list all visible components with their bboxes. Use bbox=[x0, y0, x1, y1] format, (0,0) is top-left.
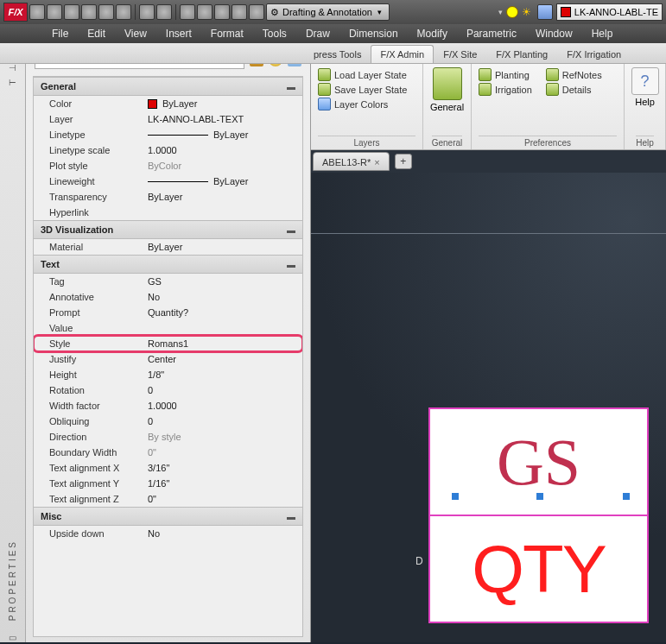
property-value[interactable]: LK-ANNO-LABL-TEXT bbox=[144, 111, 302, 127]
property-row[interactable]: LineweightByLayer bbox=[34, 174, 302, 189]
property-value[interactable]: 1/16" bbox=[144, 476, 302, 491]
property-row[interactable]: Upside downNo bbox=[34, 526, 302, 541]
btn-save-layer-state[interactable]: Save Layer State bbox=[318, 82, 415, 97]
property-row[interactable]: Obliquing0 bbox=[34, 414, 302, 429]
property-row[interactable]: Text alignment Y1/16" bbox=[34, 476, 302, 491]
properties-body[interactable]: General ColorByLayerLayerLK-ANNO-LABL-TE… bbox=[33, 76, 303, 637]
property-row[interactable]: TransparencyByLayer bbox=[34, 189, 302, 205]
btn-irrigation[interactable]: Irrigation bbox=[479, 82, 532, 97]
property-row[interactable]: Rotation0 bbox=[34, 382, 302, 398]
property-row[interactable]: MaterialByLayer bbox=[34, 239, 302, 255]
menu-draw[interactable]: Draw bbox=[297, 25, 339, 42]
property-value[interactable]: Center bbox=[144, 351, 302, 367]
lightbulb-icon[interactable] bbox=[506, 6, 518, 18]
pin-icon[interactable]: ⊢ bbox=[9, 78, 16, 87]
grip-handle[interactable] bbox=[536, 493, 543, 500]
property-value[interactable] bbox=[144, 320, 302, 336]
property-value[interactable]: ByLayer bbox=[144, 96, 302, 111]
section-text[interactable]: Text bbox=[34, 255, 302, 274]
qat-icon[interactable] bbox=[81, 4, 97, 20]
property-row[interactable]: Width factor1.0000 bbox=[34, 398, 302, 414]
property-row[interactable]: Plot styleByColor bbox=[34, 158, 302, 174]
ribbon-tab-fxsite[interactable]: F/X Site bbox=[434, 45, 486, 63]
app-logo[interactable]: F/X bbox=[3, 3, 28, 22]
menu-format[interactable]: Format bbox=[202, 25, 252, 42]
property-value[interactable]: 1.0000 bbox=[144, 398, 302, 414]
qat-icon[interactable] bbox=[180, 4, 195, 20]
section-3dviz[interactable]: 3D Visualization bbox=[34, 220, 302, 239]
btn-general[interactable] bbox=[433, 67, 462, 100]
qat-icon[interactable] bbox=[29, 4, 45, 20]
options-icon[interactable]: ▭ bbox=[9, 633, 16, 642]
property-value[interactable]: By style bbox=[144, 429, 302, 445]
property-row[interactable]: Text alignment Z0" bbox=[34, 491, 302, 507]
property-row[interactable]: DirectionBy style bbox=[34, 429, 302, 445]
property-value[interactable]: No bbox=[144, 289, 302, 305]
drawing-canvas[interactable]: GS QTY D bbox=[311, 173, 666, 642]
pin-icon[interactable]: ⊣ bbox=[9, 63, 16, 73]
qat-icon[interactable] bbox=[139, 4, 155, 20]
property-value[interactable]: 0" bbox=[144, 445, 302, 460]
property-value[interactable] bbox=[144, 205, 302, 220]
property-row[interactable]: Text alignment X3/16" bbox=[34, 460, 302, 476]
ribbon-tab-partial[interactable]: press Tools bbox=[311, 45, 371, 63]
property-value[interactable]: 0 bbox=[144, 382, 302, 398]
menu-insert[interactable]: Insert bbox=[157, 25, 200, 42]
menu-dimension[interactable]: Dimension bbox=[340, 25, 407, 42]
qat-icon[interactable] bbox=[156, 4, 172, 20]
property-value[interactable]: ByLayer bbox=[144, 174, 302, 189]
grip-handle[interactable] bbox=[452, 493, 459, 500]
lock-icon[interactable] bbox=[537, 4, 553, 20]
workspace-switcher[interactable]: Drafting & Annotation bbox=[266, 3, 390, 21]
property-row[interactable]: ColorByLayer bbox=[34, 96, 302, 111]
qat-icon[interactable] bbox=[98, 4, 114, 20]
document-tab[interactable]: ABEL13-R* × bbox=[313, 152, 390, 171]
property-row[interactable]: JustifyCenter bbox=[34, 351, 302, 367]
property-row[interactable]: TagGS bbox=[34, 274, 302, 289]
menu-view[interactable]: View bbox=[116, 25, 155, 42]
property-value[interactable]: No bbox=[144, 526, 302, 541]
property-value[interactable]: Romans1 bbox=[144, 336, 302, 351]
grip-handle[interactable] bbox=[623, 493, 630, 500]
menu-help[interactable]: Help bbox=[583, 25, 622, 42]
help-button[interactable]: ? bbox=[631, 67, 659, 95]
property-row[interactable]: LinetypeByLayer bbox=[34, 127, 302, 142]
property-row[interactable]: PromptQuantity? bbox=[34, 305, 302, 320]
property-row[interactable]: AnnotativeNo bbox=[34, 289, 302, 305]
menu-modify[interactable]: Modify bbox=[409, 25, 456, 42]
menu-edit[interactable]: Edit bbox=[79, 25, 114, 42]
property-row[interactable]: StyleRomans1 bbox=[34, 336, 302, 351]
property-value[interactable]: ByLayer bbox=[144, 127, 302, 142]
btn-layer-colors[interactable]: Layer Colors bbox=[318, 97, 415, 111]
property-value[interactable]: GS bbox=[144, 274, 302, 289]
chevron-down-icon[interactable]: ▾ bbox=[498, 8, 503, 16]
section-general[interactable]: General bbox=[34, 77, 302, 96]
menu-file[interactable]: File bbox=[43, 25, 77, 42]
layer-dropdown[interactable]: LK-ANNO-LABL-TE bbox=[556, 3, 663, 21]
qat-icon[interactable] bbox=[197, 4, 212, 20]
sun-icon[interactable]: ☀ bbox=[522, 6, 534, 18]
ribbon-tab-fxadmin[interactable]: F/X Admin bbox=[371, 45, 434, 63]
property-value[interactable]: ByColor bbox=[144, 158, 302, 174]
property-value[interactable]: 3/16" bbox=[144, 460, 302, 476]
property-row[interactable]: Boundary Width0" bbox=[34, 445, 302, 460]
qat-icon[interactable] bbox=[64, 4, 79, 20]
property-value[interactable]: ByLayer bbox=[144, 239, 302, 255]
ribbon-tab-fxirrigation[interactable]: F/X Irrigation bbox=[557, 45, 631, 63]
btn-load-layer-state[interactable]: Load Layer State bbox=[318, 67, 415, 82]
qat-icon[interactable] bbox=[116, 4, 131, 20]
menu-window[interactable]: Window bbox=[527, 25, 581, 42]
qat-icon[interactable] bbox=[214, 4, 230, 20]
property-value[interactable]: 1.0000 bbox=[144, 142, 302, 158]
btn-details[interactable]: Details bbox=[546, 82, 602, 97]
property-value[interactable]: 0" bbox=[144, 491, 302, 507]
new-document-button[interactable]: + bbox=[395, 154, 412, 169]
property-value[interactable]: ByLayer bbox=[144, 189, 302, 205]
property-value[interactable]: Quantity? bbox=[144, 305, 302, 320]
property-row[interactable]: Hyperlink bbox=[34, 205, 302, 220]
property-row[interactable]: LayerLK-ANNO-LABL-TEXT bbox=[34, 111, 302, 127]
btn-planting[interactable]: Planting bbox=[479, 67, 532, 82]
property-value[interactable]: 0 bbox=[144, 414, 302, 429]
ribbon-tab-fxplanting[interactable]: F/X Planting bbox=[486, 45, 557, 63]
close-icon[interactable]: × bbox=[374, 157, 379, 167]
